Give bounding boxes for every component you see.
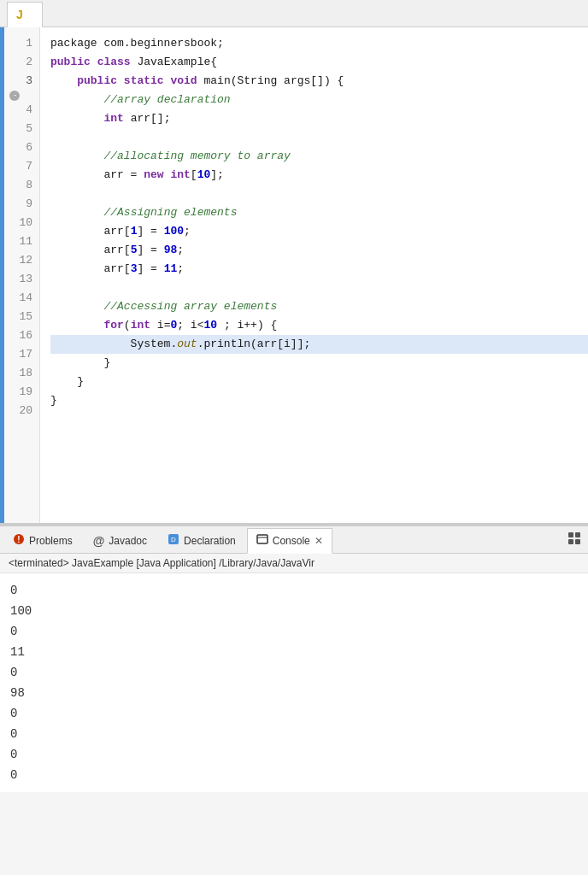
code-text: .println(arr[i]: [197, 338, 297, 350]
code-text: ;: [184, 225, 191, 238]
console-output-line: 0: [10, 662, 578, 683]
code-line-3: public static void main(String args[]) {: [50, 72, 588, 91]
line-number-15: 15: [4, 308, 39, 326]
collapse-marker[interactable]: -: [9, 91, 20, 101]
bottom-tab-console[interactable]: Console✕: [247, 528, 332, 554]
panel-actions: [564, 530, 585, 550]
console-tab-label: Console: [273, 535, 310, 547]
code-line-19: }: [50, 373, 588, 391]
svg-rect-4: [257, 535, 268, 543]
console-tab-close[interactable]: ✕: [315, 535, 323, 547]
problems-tab-label: Problems: [29, 535, 73, 547]
declaration-tab-icon: D: [168, 533, 179, 548]
code-text: ; i<: [177, 319, 203, 332]
line-number-16: 16: [4, 326, 39, 345]
line-number-12: 12: [4, 251, 39, 270]
line-number-1: 1: [4, 34, 39, 53]
code-text: [50, 112, 103, 125]
code-text: [50, 319, 103, 332]
number-literal: 11: [164, 262, 178, 275]
code-line-4: //array declaration: [50, 91, 588, 109]
bottom-tab-problems[interactable]: !Problems: [3, 528, 82, 554]
comment: //Accessing array elements: [103, 300, 277, 313]
code-text: ] =: [137, 225, 163, 238]
line-number-20: 20: [4, 402, 39, 420]
line-number-4: 4: [4, 101, 39, 120]
code-text: main(String args[]) {: [197, 74, 344, 87]
panel-action-button[interactable]: [564, 530, 585, 550]
code-text: ; i++) {: [217, 319, 277, 332]
code-text: [91, 56, 97, 68]
java-file-icon: J: [16, 8, 23, 21]
code-text: ];: [297, 338, 311, 350]
javadoc-tab-icon: @: [93, 534, 105, 548]
code-content[interactable]: package com.beginnersbook;public class J…: [40, 27, 588, 523]
keyword: int: [131, 319, 150, 332]
method-ref: out: [177, 338, 197, 350]
keyword: new: [144, 168, 163, 181]
console-tab-icon: [256, 533, 268, 548]
declaration-tab-label: Declaration: [184, 535, 236, 547]
code-line-16: for(int i=0; i<10 ; i++) {: [50, 316, 588, 335]
line-number-2: 2: [4, 53, 39, 72]
javadoc-tab-label: Javadoc: [109, 535, 147, 547]
code-area: 123-4567891011121314151617181920 package…: [0, 27, 588, 523]
number-literal: 98: [164, 244, 178, 256]
console-output-line: 0: [10, 765, 578, 785]
code-line-20: }: [50, 391, 588, 410]
code-text: arr =: [50, 168, 144, 181]
bottom-tab-declaration[interactable]: DDeclaration: [158, 528, 245, 554]
number-literal: 100: [164, 225, 184, 238]
keyword: int: [170, 168, 190, 181]
code-text: [: [191, 168, 197, 181]
line-number-13: 13: [4, 270, 39, 289]
code-line-14: [50, 279, 588, 297]
code-line-12: arr[5] = 98;: [50, 241, 588, 260]
code-text: arr[: [50, 225, 131, 238]
bottom-tab-javadoc[interactable]: @Javadoc: [84, 528, 156, 554]
number-literal: 10: [203, 319, 217, 332]
code-line-5: int arr[];: [50, 109, 588, 128]
code-text: }: [50, 394, 57, 407]
bottom-panel: !Problems@JavadocDDeclarationConsole✕ <t…: [0, 525, 588, 792]
console-output: 01000110980000: [0, 573, 588, 792]
code-text: }: [50, 375, 84, 388]
code-line-17: System.out.println(arr[i]];: [50, 335, 588, 354]
keyword: void: [170, 74, 197, 87]
editor-tab-javaexample[interactable]: J: [7, 2, 43, 27]
line-number-14: 14: [4, 289, 39, 308]
console-output-line: 0: [10, 621, 578, 642]
comment: //allocating memory to array: [103, 150, 290, 162]
svg-rect-8: [568, 539, 573, 544]
code-text: System.: [50, 338, 177, 350]
code-text: package com.beginnersbook;: [50, 37, 224, 50]
code-text: [50, 150, 103, 162]
console-header: <terminated> JavaExample [Java Applicati…: [0, 554, 588, 573]
code-text: i=: [150, 319, 170, 332]
line-number-10: 10: [4, 214, 39, 232]
svg-rect-9: [575, 539, 580, 544]
line-numbers: 123-4567891011121314151617181920: [4, 27, 40, 523]
console-output-line: 0: [10, 724, 578, 744]
svg-rect-6: [568, 532, 573, 537]
console-output-line: 0: [10, 580, 578, 601]
code-line-18: }: [50, 354, 588, 373]
code-text: [50, 74, 77, 87]
keyword: static: [124, 74, 164, 87]
line-number-8: 8: [4, 176, 39, 195]
keyword: int: [103, 112, 123, 125]
line-number-3: 3-: [4, 72, 39, 101]
code-text: [117, 74, 124, 87]
line-number-18: 18: [4, 364, 39, 383]
code-text: (: [124, 319, 131, 332]
code-text: JavaExample{: [131, 56, 217, 68]
line-number-9: 9: [4, 195, 39, 214]
code-line-15: //Accessing array elements: [50, 297, 588, 316]
code-text: ;: [177, 244, 184, 256]
line-number-5: 5: [4, 120, 39, 138]
code-text: [50, 206, 103, 219]
code-text: [50, 93, 103, 106]
editor-tab-bar: J: [0, 0, 588, 27]
code-text: ] =: [137, 244, 163, 256]
bottom-tab-bar: !Problems@JavadocDDeclarationConsole✕: [0, 526, 588, 554]
